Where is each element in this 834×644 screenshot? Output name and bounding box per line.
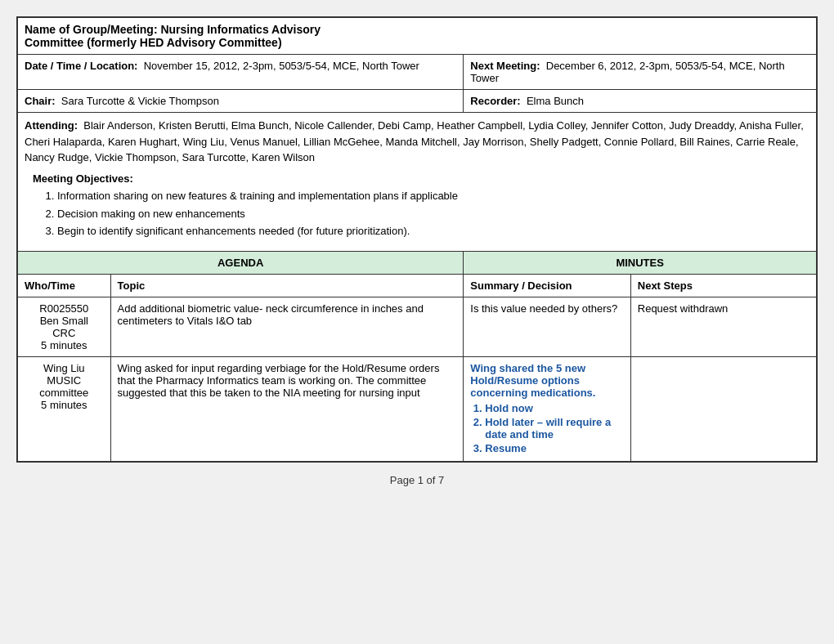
col-summary: Summary / Decision (464, 274, 630, 297)
summary-cell-2: Wing shared the 5 new Hold/Resume option… (464, 356, 630, 461)
nextsteps-cell-2 (630, 356, 816, 461)
table-row: R0025550Ben SmallCRC5 minutes Add additi… (18, 297, 817, 356)
recorder-value: Elma Bunch (527, 95, 584, 107)
date-cell: Date / Time / Location: November 15, 201… (18, 55, 464, 90)
chair-label: Chair: (25, 95, 56, 107)
who-cell-2: Wing LiuMUSICcommittee5 minutes (18, 356, 111, 461)
objective-2: Decision making on new enhancements (57, 206, 801, 222)
date-label: Date / Time / Location: (25, 60, 137, 72)
objectives-title: Meeting Objectives: (33, 171, 801, 187)
summary-cell-1: Is this value needed by others? (464, 297, 630, 356)
title-row: Name of Group/Meeting: Nursing Informati… (18, 18, 817, 55)
col-topic: Topic (110, 274, 464, 297)
col-nextsteps: Next Steps (630, 274, 816, 297)
summary-item-3: Resume (485, 442, 623, 454)
attending-cell: Attending: Blair Anderson, Kristen Berut… (18, 113, 817, 252)
col-headers-row: Who/Time Topic Summary / Decision Next S… (18, 274, 817, 297)
title-line1: Name of Group/Meeting: Nursing Informati… (25, 23, 321, 36)
topic-cell-1: Add additional biometric value- neck cir… (110, 297, 464, 356)
agenda-header: AGENDA (18, 251, 464, 274)
summary-intro: Wing shared the 5 new Hold/Resume option… (470, 362, 595, 399)
nextsteps-cell-1: Request withdrawn (630, 297, 816, 356)
attending-row: Attending: Blair Anderson, Kristen Berut… (18, 113, 817, 252)
chair-value: Sara Turcotte & Vickie Thompson (61, 95, 219, 107)
page-container: Name of Group/Meeting: Nursing Informati… (16, 16, 818, 463)
summary-blue-text: Wing shared the 5 new Hold/Resume option… (470, 362, 623, 454)
summary-item-1: Hold now (485, 402, 623, 414)
page-footer: Page 1 of 7 (390, 474, 445, 486)
objectives-list: Information sharing on new features & tr… (57, 188, 801, 239)
title-line2: Committee (formerly HED Advisory Committ… (25, 36, 282, 49)
section-header-row: AGENDA MINUTES (18, 251, 817, 274)
main-table: Name of Group/Meeting: Nursing Informati… (17, 17, 817, 462)
recorder-cell: Recorder: Elma Bunch (464, 90, 817, 113)
summary-item-2: Hold later – will require a date and tim… (485, 416, 623, 441)
col-who: Who/Time (18, 274, 111, 297)
attending-label: Attending: (25, 119, 78, 132)
topic-cell-2: Wing asked for input regarding verbiage … (110, 356, 464, 461)
next-meeting-label: Next Meeting: (470, 60, 540, 72)
attending-value: Blair Anderson, Kristen Berutti, Elma Bu… (25, 119, 804, 163)
title-cell: Name of Group/Meeting: Nursing Informati… (18, 18, 817, 55)
next-meeting-cell: Next Meeting: December 6, 2012, 2-3pm, 5… (464, 55, 817, 90)
date-value: November 15, 2012, 2-3pm, 5053/5-54, MCE… (144, 60, 419, 72)
objectives-section: Meeting Objectives: Information sharing … (25, 166, 809, 246)
chair-row: Chair: Sara Turcotte & Vickie Thompson R… (18, 90, 817, 113)
minutes-header: MINUTES (464, 251, 817, 274)
summary-list: Hold now Hold later – will require a dat… (485, 402, 623, 454)
recorder-label: Recorder: (470, 95, 520, 107)
who-cell-1: R0025550Ben SmallCRC5 minutes (18, 297, 111, 356)
footer-text: Page 1 of 7 (390, 474, 445, 486)
objective-1: Information sharing on new features & tr… (57, 188, 801, 204)
date-row: Date / Time / Location: November 15, 201… (18, 55, 817, 90)
table-row: Wing LiuMUSICcommittee5 minutes Wing ask… (18, 356, 817, 461)
chair-cell: Chair: Sara Turcotte & Vickie Thompson (18, 90, 464, 113)
objective-3: Begin to identify significant enhancemen… (57, 223, 801, 239)
